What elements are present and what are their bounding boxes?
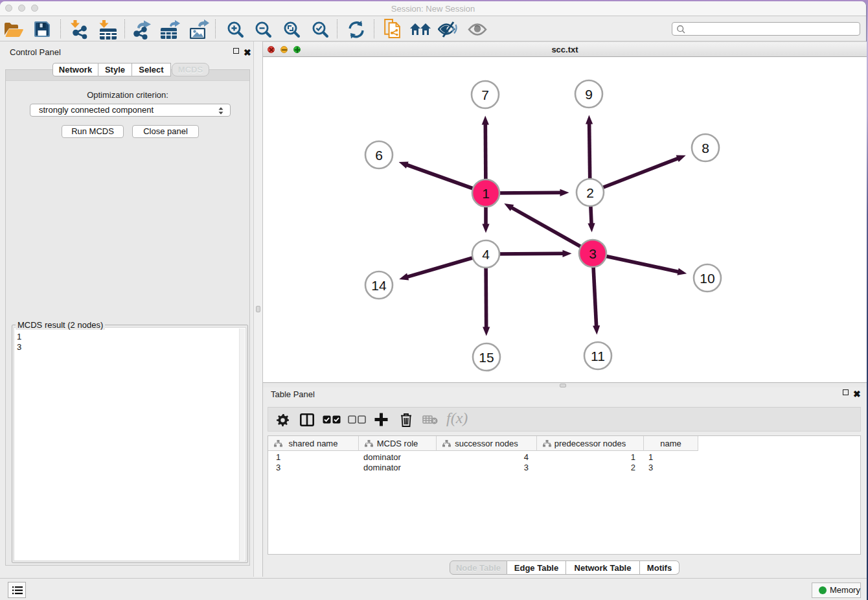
svg-text:14: 14	[371, 278, 387, 293]
svg-text:2: 2	[586, 185, 594, 200]
svg-text:4: 4	[482, 247, 490, 262]
svg-text:15: 15	[479, 350, 494, 365]
svg-text:9: 9	[585, 87, 593, 102]
svg-text:6: 6	[375, 148, 383, 163]
svg-text:8: 8	[702, 141, 709, 156]
svg-text:7: 7	[481, 87, 489, 102]
svg-text:3: 3	[589, 246, 597, 261]
svg-text:11: 11	[591, 349, 605, 363]
svg-text:1: 1	[482, 186, 490, 201]
svg-text:10: 10	[700, 271, 714, 286]
